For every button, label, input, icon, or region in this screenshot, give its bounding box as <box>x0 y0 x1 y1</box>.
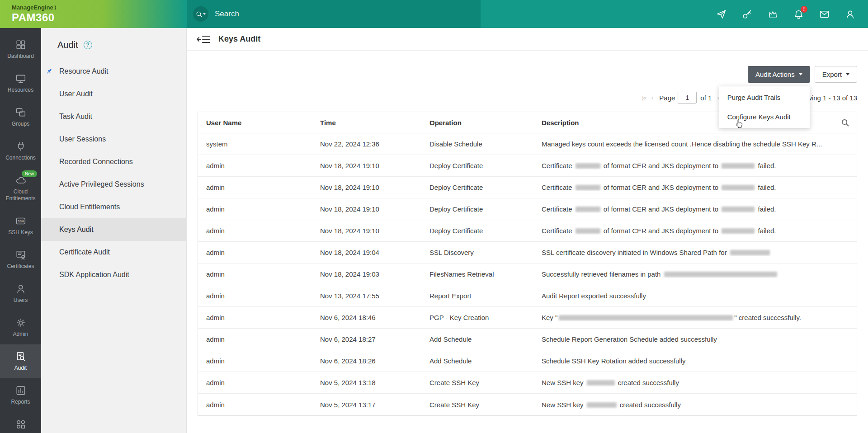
table-row[interactable]: adminNov 13, 2024 17:55Report ExportAudi… <box>198 285 857 307</box>
cell-description: Certificate of format CER and JKS deploy… <box>533 205 857 213</box>
cell-user-name: admin <box>198 379 312 386</box>
table-row[interactable]: adminNov 18, 2024 19:03FilesNames Retrie… <box>198 264 857 285</box>
table-row[interactable]: adminNov 18, 2024 19:10Deploy Certificat… <box>198 220 857 242</box>
cell-time: Nov 6, 2024 18:26 <box>312 357 421 365</box>
chevron-down-icon <box>799 73 802 75</box>
help-icon[interactable]: ? <box>84 41 92 49</box>
search-icon[interactable] <box>193 6 208 22</box>
sidebar-item-label: Resources <box>8 87 33 94</box>
page-number-input[interactable] <box>678 92 697 104</box>
redacted-text <box>576 228 600 234</box>
menu-item-keys-audit[interactable]: Keys Audit <box>41 218 186 241</box>
redacted-text <box>722 207 755 212</box>
redacted-text <box>722 163 755 169</box>
sidebar-item-label: Certificates <box>7 263 34 270</box>
sidebar-item-reports[interactable]: Reports <box>0 378 41 412</box>
sidebar-item-admin[interactable]: Admin <box>0 311 41 344</box>
sidebar-item-blocks[interactable] <box>0 412 41 433</box>
menu-item-active-privileged-sessions[interactable]: Active Privileged Sessions <box>41 173 186 196</box>
cell-time: Nov 22, 2024 12:36 <box>312 140 421 148</box>
menu-item-certificate-audit[interactable]: Certificate Audit <box>41 241 186 264</box>
search-input[interactable] <box>215 9 474 19</box>
send-icon[interactable] <box>716 9 726 19</box>
panel-item-list: Resource AuditUser AuditTask AuditUser S… <box>41 60 186 286</box>
dropdown-item-purge-audit-trails[interactable]: Purge Audit Trails <box>719 88 810 107</box>
cell-description: Managed keys count exceeds the licensed … <box>533 140 857 148</box>
page-title: Keys Audit <box>218 34 260 44</box>
cell-description: Key "" created successfully. <box>533 314 857 321</box>
user-icon[interactable] <box>845 9 855 19</box>
cell-operation: Add Schedule <box>421 357 533 365</box>
table-row[interactable]: adminNov 6, 2024 18:46PGP - Key Creation… <box>198 307 857 329</box>
svg-text:SSH: SSH <box>18 220 24 223</box>
audit-actions-wrapper: Audit Actions Purge Audit TrailsConfigur… <box>748 66 810 83</box>
cell-time: Nov 18, 2024 19:10 <box>312 184 421 191</box>
sidebar-item-label: Admin <box>13 331 28 338</box>
key-icon[interactable] <box>742 9 752 19</box>
menu-item-label: Resource Audit <box>59 67 108 75</box>
table-search-icon[interactable] <box>841 118 849 127</box>
menu-item-recorded-connections[interactable]: Recorded Connections <box>41 151 186 173</box>
cell-description: New SSH key created successfully <box>533 401 857 409</box>
column-header-operation[interactable]: Operation <box>421 119 533 127</box>
sidebar-item-audit[interactable]: Audit <box>0 344 41 378</box>
cell-time: Nov 18, 2024 19:10 <box>312 162 421 169</box>
sidebar-item-cloud-entitlements[interactable]: Cloud EntitlementsNew <box>0 168 41 209</box>
cell-operation: Disable Schedule <box>421 140 533 148</box>
collapse-panel-icon[interactable] <box>197 34 211 44</box>
table-row[interactable]: adminNov 18, 2024 19:04SSL DiscoverySSL … <box>198 242 857 264</box>
global-search-bar <box>187 0 481 28</box>
table-row[interactable]: adminNov 18, 2024 19:10Deploy Certificat… <box>198 155 857 177</box>
cell-operation: Deploy Certificate <box>421 184 533 191</box>
menu-item-user-audit[interactable]: User Audit <box>41 83 186 105</box>
sidebar-item-certificates[interactable]: Certificates <box>0 243 41 277</box>
sidebar-item-ssh-keys[interactable]: SSHSSH Keys <box>0 209 41 243</box>
column-header-time[interactable]: Time <box>312 119 421 127</box>
table-row[interactable]: adminNov 5, 2024 13:18Create SSH KeyNew … <box>198 372 857 394</box>
crown-icon[interactable] <box>768 9 778 19</box>
cell-user-name: system <box>198 140 312 148</box>
first-page-icon[interactable]: |« <box>642 94 646 101</box>
sidebar-item-groups[interactable]: Groups <box>0 100 41 134</box>
cell-user-name: admin <box>198 227 312 235</box>
sidebar-item-users[interactable]: Users <box>0 277 41 311</box>
mail-icon[interactable] <box>819 9 830 19</box>
previous-page-icon[interactable]: ‹ <box>651 94 653 101</box>
audit-actions-button[interactable]: Audit Actions <box>748 66 810 83</box>
cell-operation: Deploy Certificate <box>421 162 533 169</box>
menu-item-label: Recorded Connections <box>59 158 133 165</box>
ssh-icon: SSH <box>15 216 26 226</box>
cell-time: Nov 5, 2024 13:18 <box>312 379 421 386</box>
redacted-text <box>722 228 755 234</box>
table-row[interactable]: adminNov 5, 2024 13:17Create SSH KeyNew … <box>198 394 857 415</box>
audit-actions-dropdown: Purge Audit TrailsConfigure Keys Audit <box>719 86 810 128</box>
sidebar-item-label: Dashboard <box>7 53 34 60</box>
dropdown-item-configure-keys-audit[interactable]: Configure Keys Audit <box>719 107 810 127</box>
content-area: Audit Actions Purge Audit TrailsConfigur… <box>187 66 868 416</box>
cell-user-name: admin <box>198 335 312 343</box>
main-header: Keys Audit <box>187 28 868 51</box>
redacted-text <box>664 272 777 277</box>
table-row[interactable]: adminNov 6, 2024 18:26Add ScheduleSchedu… <box>198 350 857 372</box>
export-button[interactable]: Export <box>815 66 857 83</box>
sidebar-item-dashboard[interactable]: Dashboard <box>0 33 41 66</box>
audit-actions-label: Audit Actions <box>755 71 795 78</box>
menu-item-cloud-entitlements[interactable]: Cloud Entitlements <box>41 196 186 218</box>
table-row[interactable]: adminNov 18, 2024 19:10Deploy Certificat… <box>198 177 857 198</box>
sidebar-item-label: Audit <box>14 365 27 372</box>
menu-item-resource-audit[interactable]: Resource Audit <box>41 60 186 83</box>
new-badge: New <box>22 170 37 177</box>
menu-item-sdk-application-audit[interactable]: SDK Application Audit <box>41 264 186 286</box>
bell-icon[interactable]: ! <box>793 9 804 19</box>
column-header-user-name[interactable]: User Name <box>198 119 312 127</box>
export-label: Export <box>822 71 842 78</box>
menu-item-task-audit[interactable]: Task Audit <box>41 105 186 128</box>
table-row[interactable]: adminNov 6, 2024 18:27Add ScheduleSchedu… <box>198 329 857 350</box>
resources-icon <box>15 73 26 84</box>
table-row[interactable]: adminNov 18, 2024 19:10Deploy Certificat… <box>198 198 857 220</box>
table-row[interactable]: systemNov 22, 2024 12:36Disable Schedule… <box>198 133 857 155</box>
sidebar-item-resources[interactable]: Resources <box>0 66 41 100</box>
reports-icon <box>15 385 26 396</box>
sidebar-item-connections[interactable]: Connections <box>0 134 41 168</box>
menu-item-user-sessions[interactable]: User Sessions <box>41 128 186 151</box>
